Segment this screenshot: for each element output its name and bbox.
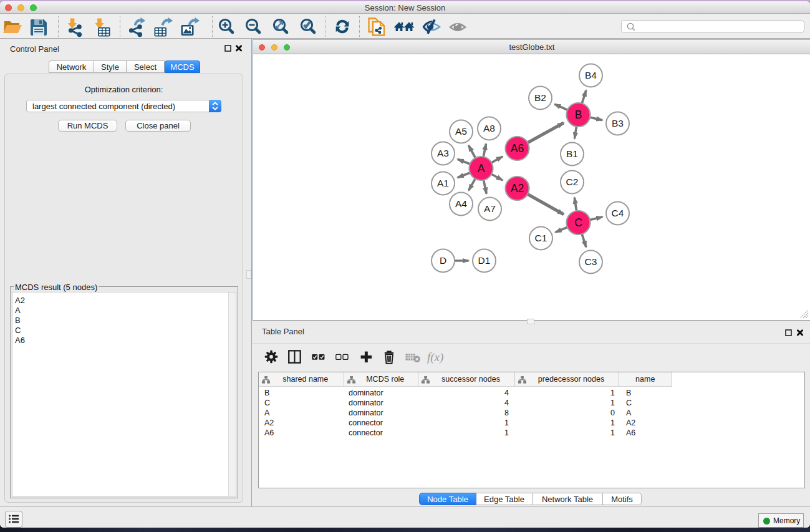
svg-text:A1: A1: [437, 178, 449, 188]
svg-text:D: D: [440, 255, 446, 266]
svg-text:A8: A8: [483, 123, 495, 133]
svg-text:C1: C1: [535, 233, 547, 243]
svg-text:A2: A2: [511, 182, 524, 195]
svg-text:C: C: [574, 216, 582, 229]
svg-text:f(x): f(x): [427, 351, 443, 364]
svg-text:A: A: [478, 162, 485, 175]
svg-text:C4: C4: [612, 208, 624, 218]
svg-text:A3: A3: [437, 148, 449, 158]
svg-text:B3: B3: [612, 118, 624, 128]
svg-text:B1: B1: [566, 148, 578, 159]
svg-text:A7: A7: [484, 203, 496, 214]
svg-text:B2: B2: [534, 92, 546, 103]
svg-text:C3: C3: [585, 256, 597, 267]
svg-text:C2: C2: [566, 177, 579, 187]
svg-text:B: B: [575, 109, 582, 121]
svg-text:A6: A6: [511, 142, 524, 155]
svg-text:A5: A5: [455, 126, 467, 137]
svg-text:A4: A4: [455, 198, 467, 209]
svg-text:B4: B4: [585, 70, 597, 80]
svg-text:D1: D1: [478, 255, 491, 266]
